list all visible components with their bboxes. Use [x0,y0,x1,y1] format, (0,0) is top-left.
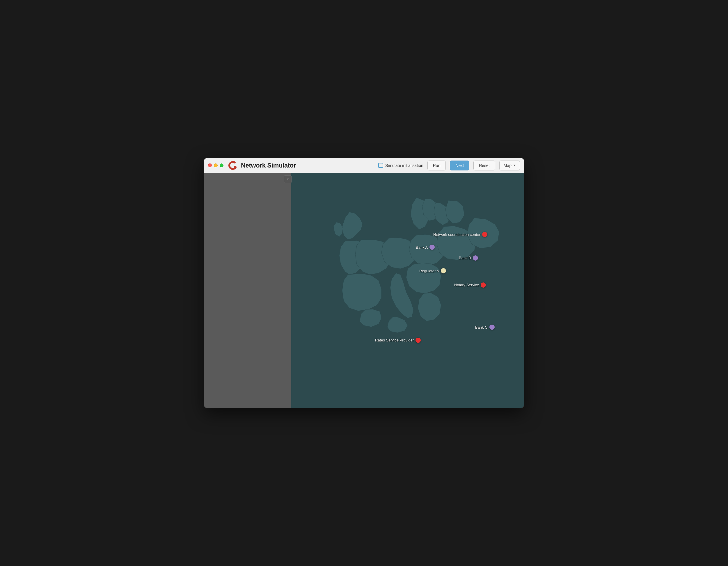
app-logo-icon [228,160,238,171]
simulate-init-checkbox[interactable] [378,163,383,168]
node-label-bank-a: Bank A [416,245,428,250]
node-dot-regulator-a [441,268,446,274]
node-network-coordination-center[interactable]: Network coordination center [433,232,487,237]
node-dot-bank-a [429,245,435,250]
map-button-label: Map [504,163,512,168]
node-label-regulator-a: Regulator A [419,269,439,273]
app-title: Network Simulator [241,162,296,169]
map-area: Network coordination center Bank A Bank … [291,173,524,408]
node-notary-service[interactable]: Notary Service [454,283,486,287]
node-dot-rates-service-provider [416,338,421,343]
europe-map [291,173,524,408]
app-logo: Network Simulator [228,160,296,171]
node-label-notary-service: Notary Service [454,283,479,287]
node-rates-service-provider[interactable]: Rates Service Provider [375,338,421,343]
node-label-bank-b: Bank B [459,256,471,260]
svg-point-0 [234,166,237,169]
header-controls: Simulate initialisation Run Next Reset M… [378,161,520,171]
node-dot-bank-c [489,324,495,330]
node-bank-b[interactable]: Bank B [459,256,478,261]
node-label-network-coordination-center: Network coordination center [433,233,480,237]
node-bank-a[interactable]: Bank A [416,245,435,250]
maximize-button[interactable] [220,164,223,167]
titlebar: Network Simulator Simulate initialisatio… [204,158,524,173]
node-regulator-a[interactable]: Regulator A [419,268,446,274]
app-window: Network Simulator Simulate initialisatio… [204,158,524,408]
node-bank-c[interactable]: Bank C [475,324,495,330]
run-button[interactable]: Run [427,161,446,171]
map-button[interactable]: Map [499,161,520,171]
minimize-button[interactable] [214,164,218,167]
node-label-bank-c: Bank C [475,325,488,329]
reset-button[interactable]: Reset [473,161,495,171]
collapse-icon: « [287,177,289,181]
node-dot-notary-service [481,283,486,287]
node-dot-network-coordination-center [482,232,487,237]
node-dot-bank-b [473,256,478,261]
sidebar: « [204,173,291,408]
svg-rect-1 [291,189,524,392]
sidebar-collapse-button[interactable]: « [284,175,292,183]
next-button[interactable]: Next [450,161,469,171]
traffic-lights [208,164,223,167]
main-content: « [204,173,524,408]
simulate-init-wrapper: Simulate initialisation [378,163,423,168]
chevron-down-icon [513,165,516,166]
node-label-rates-service-provider: Rates Service Provider [375,338,414,342]
simulate-init-label: Simulate initialisation [385,163,423,168]
close-button[interactable] [208,164,212,167]
